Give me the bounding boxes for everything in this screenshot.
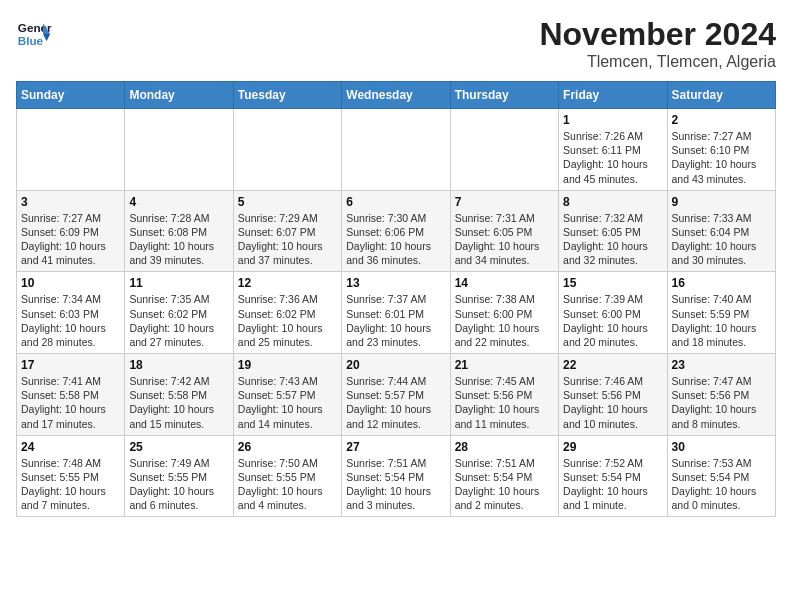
page-header: General Blue November 2024 Tlemcen, Tlem… bbox=[16, 16, 776, 71]
day-header-sunday: Sunday bbox=[17, 82, 125, 109]
calendar-cell: 26Sunrise: 7:50 AM Sunset: 5:55 PM Dayli… bbox=[233, 435, 341, 517]
day-header-wednesday: Wednesday bbox=[342, 82, 450, 109]
calendar-cell: 2Sunrise: 7:27 AM Sunset: 6:10 PM Daylig… bbox=[667, 109, 775, 191]
day-info: Sunrise: 7:39 AM Sunset: 6:00 PM Dayligh… bbox=[563, 292, 662, 349]
day-header-tuesday: Tuesday bbox=[233, 82, 341, 109]
calendar-week-2: 3Sunrise: 7:27 AM Sunset: 6:09 PM Daylig… bbox=[17, 190, 776, 272]
day-number: 29 bbox=[563, 440, 662, 454]
day-info: Sunrise: 7:28 AM Sunset: 6:08 PM Dayligh… bbox=[129, 211, 228, 268]
svg-text:Blue: Blue bbox=[18, 34, 44, 47]
day-info: Sunrise: 7:29 AM Sunset: 6:07 PM Dayligh… bbox=[238, 211, 337, 268]
title-area: November 2024 Tlemcen, Tlemcen, Algeria bbox=[539, 16, 776, 71]
calendar-cell: 19Sunrise: 7:43 AM Sunset: 5:57 PM Dayli… bbox=[233, 354, 341, 436]
calendar-cell: 16Sunrise: 7:40 AM Sunset: 5:59 PM Dayli… bbox=[667, 272, 775, 354]
day-info: Sunrise: 7:48 AM Sunset: 5:55 PM Dayligh… bbox=[21, 456, 120, 513]
calendar-week-1: 1Sunrise: 7:26 AM Sunset: 6:11 PM Daylig… bbox=[17, 109, 776, 191]
day-number: 14 bbox=[455, 276, 554, 290]
day-info: Sunrise: 7:38 AM Sunset: 6:00 PM Dayligh… bbox=[455, 292, 554, 349]
day-info: Sunrise: 7:50 AM Sunset: 5:55 PM Dayligh… bbox=[238, 456, 337, 513]
calendar-cell: 15Sunrise: 7:39 AM Sunset: 6:00 PM Dayli… bbox=[559, 272, 667, 354]
calendar-cell: 20Sunrise: 7:44 AM Sunset: 5:57 PM Dayli… bbox=[342, 354, 450, 436]
location: Tlemcen, Tlemcen, Algeria bbox=[539, 53, 776, 71]
calendar-cell bbox=[342, 109, 450, 191]
day-info: Sunrise: 7:41 AM Sunset: 5:58 PM Dayligh… bbox=[21, 374, 120, 431]
logo: General Blue bbox=[16, 16, 52, 52]
day-info: Sunrise: 7:37 AM Sunset: 6:01 PM Dayligh… bbox=[346, 292, 445, 349]
day-header-saturday: Saturday bbox=[667, 82, 775, 109]
calendar-cell: 9Sunrise: 7:33 AM Sunset: 6:04 PM Daylig… bbox=[667, 190, 775, 272]
day-number: 19 bbox=[238, 358, 337, 372]
day-info: Sunrise: 7:33 AM Sunset: 6:04 PM Dayligh… bbox=[672, 211, 771, 268]
day-info: Sunrise: 7:52 AM Sunset: 5:54 PM Dayligh… bbox=[563, 456, 662, 513]
day-header-monday: Monday bbox=[125, 82, 233, 109]
day-info: Sunrise: 7:35 AM Sunset: 6:02 PM Dayligh… bbox=[129, 292, 228, 349]
day-info: Sunrise: 7:34 AM Sunset: 6:03 PM Dayligh… bbox=[21, 292, 120, 349]
day-info: Sunrise: 7:32 AM Sunset: 6:05 PM Dayligh… bbox=[563, 211, 662, 268]
day-number: 27 bbox=[346, 440, 445, 454]
calendar-cell: 13Sunrise: 7:37 AM Sunset: 6:01 PM Dayli… bbox=[342, 272, 450, 354]
day-info: Sunrise: 7:46 AM Sunset: 5:56 PM Dayligh… bbox=[563, 374, 662, 431]
day-number: 8 bbox=[563, 195, 662, 209]
day-number: 9 bbox=[672, 195, 771, 209]
calendar-cell: 18Sunrise: 7:42 AM Sunset: 5:58 PM Dayli… bbox=[125, 354, 233, 436]
day-number: 15 bbox=[563, 276, 662, 290]
day-number: 28 bbox=[455, 440, 554, 454]
day-number: 24 bbox=[21, 440, 120, 454]
calendar-header-row: SundayMondayTuesdayWednesdayThursdayFrid… bbox=[17, 82, 776, 109]
day-number: 7 bbox=[455, 195, 554, 209]
day-number: 16 bbox=[672, 276, 771, 290]
day-info: Sunrise: 7:53 AM Sunset: 5:54 PM Dayligh… bbox=[672, 456, 771, 513]
calendar-cell: 30Sunrise: 7:53 AM Sunset: 5:54 PM Dayli… bbox=[667, 435, 775, 517]
day-number: 3 bbox=[21, 195, 120, 209]
day-number: 10 bbox=[21, 276, 120, 290]
day-info: Sunrise: 7:31 AM Sunset: 6:05 PM Dayligh… bbox=[455, 211, 554, 268]
day-number: 17 bbox=[21, 358, 120, 372]
day-info: Sunrise: 7:47 AM Sunset: 5:56 PM Dayligh… bbox=[672, 374, 771, 431]
calendar-week-4: 17Sunrise: 7:41 AM Sunset: 5:58 PM Dayli… bbox=[17, 354, 776, 436]
day-number: 12 bbox=[238, 276, 337, 290]
calendar-cell: 11Sunrise: 7:35 AM Sunset: 6:02 PM Dayli… bbox=[125, 272, 233, 354]
day-header-friday: Friday bbox=[559, 82, 667, 109]
calendar-cell: 14Sunrise: 7:38 AM Sunset: 6:00 PM Dayli… bbox=[450, 272, 558, 354]
day-info: Sunrise: 7:49 AM Sunset: 5:55 PM Dayligh… bbox=[129, 456, 228, 513]
day-number: 20 bbox=[346, 358, 445, 372]
day-info: Sunrise: 7:51 AM Sunset: 5:54 PM Dayligh… bbox=[455, 456, 554, 513]
calendar-cell: 3Sunrise: 7:27 AM Sunset: 6:09 PM Daylig… bbox=[17, 190, 125, 272]
day-info: Sunrise: 7:36 AM Sunset: 6:02 PM Dayligh… bbox=[238, 292, 337, 349]
day-info: Sunrise: 7:45 AM Sunset: 5:56 PM Dayligh… bbox=[455, 374, 554, 431]
day-info: Sunrise: 7:43 AM Sunset: 5:57 PM Dayligh… bbox=[238, 374, 337, 431]
day-info: Sunrise: 7:51 AM Sunset: 5:54 PM Dayligh… bbox=[346, 456, 445, 513]
calendar-cell: 1Sunrise: 7:26 AM Sunset: 6:11 PM Daylig… bbox=[559, 109, 667, 191]
day-number: 21 bbox=[455, 358, 554, 372]
day-number: 25 bbox=[129, 440, 228, 454]
day-info: Sunrise: 7:27 AM Sunset: 6:10 PM Dayligh… bbox=[672, 129, 771, 186]
calendar-cell: 29Sunrise: 7:52 AM Sunset: 5:54 PM Dayli… bbox=[559, 435, 667, 517]
calendar-cell: 5Sunrise: 7:29 AM Sunset: 6:07 PM Daylig… bbox=[233, 190, 341, 272]
day-number: 1 bbox=[563, 113, 662, 127]
calendar-cell bbox=[125, 109, 233, 191]
calendar-cell: 4Sunrise: 7:28 AM Sunset: 6:08 PM Daylig… bbox=[125, 190, 233, 272]
calendar-cell: 27Sunrise: 7:51 AM Sunset: 5:54 PM Dayli… bbox=[342, 435, 450, 517]
calendar-cell bbox=[233, 109, 341, 191]
day-number: 5 bbox=[238, 195, 337, 209]
logo-icon: General Blue bbox=[16, 16, 52, 52]
day-number: 13 bbox=[346, 276, 445, 290]
calendar-week-5: 24Sunrise: 7:48 AM Sunset: 5:55 PM Dayli… bbox=[17, 435, 776, 517]
svg-marker-3 bbox=[43, 34, 50, 41]
calendar-table: SundayMondayTuesdayWednesdayThursdayFrid… bbox=[16, 81, 776, 517]
calendar-week-3: 10Sunrise: 7:34 AM Sunset: 6:03 PM Dayli… bbox=[17, 272, 776, 354]
day-info: Sunrise: 7:30 AM Sunset: 6:06 PM Dayligh… bbox=[346, 211, 445, 268]
calendar-cell: 21Sunrise: 7:45 AM Sunset: 5:56 PM Dayli… bbox=[450, 354, 558, 436]
calendar-cell: 24Sunrise: 7:48 AM Sunset: 5:55 PM Dayli… bbox=[17, 435, 125, 517]
day-info: Sunrise: 7:40 AM Sunset: 5:59 PM Dayligh… bbox=[672, 292, 771, 349]
day-number: 2 bbox=[672, 113, 771, 127]
day-number: 26 bbox=[238, 440, 337, 454]
calendar-cell: 25Sunrise: 7:49 AM Sunset: 5:55 PM Dayli… bbox=[125, 435, 233, 517]
calendar-cell: 6Sunrise: 7:30 AM Sunset: 6:06 PM Daylig… bbox=[342, 190, 450, 272]
day-number: 23 bbox=[672, 358, 771, 372]
calendar-cell: 7Sunrise: 7:31 AM Sunset: 6:05 PM Daylig… bbox=[450, 190, 558, 272]
day-info: Sunrise: 7:44 AM Sunset: 5:57 PM Dayligh… bbox=[346, 374, 445, 431]
calendar-cell: 10Sunrise: 7:34 AM Sunset: 6:03 PM Dayli… bbox=[17, 272, 125, 354]
calendar-cell: 8Sunrise: 7:32 AM Sunset: 6:05 PM Daylig… bbox=[559, 190, 667, 272]
day-number: 22 bbox=[563, 358, 662, 372]
